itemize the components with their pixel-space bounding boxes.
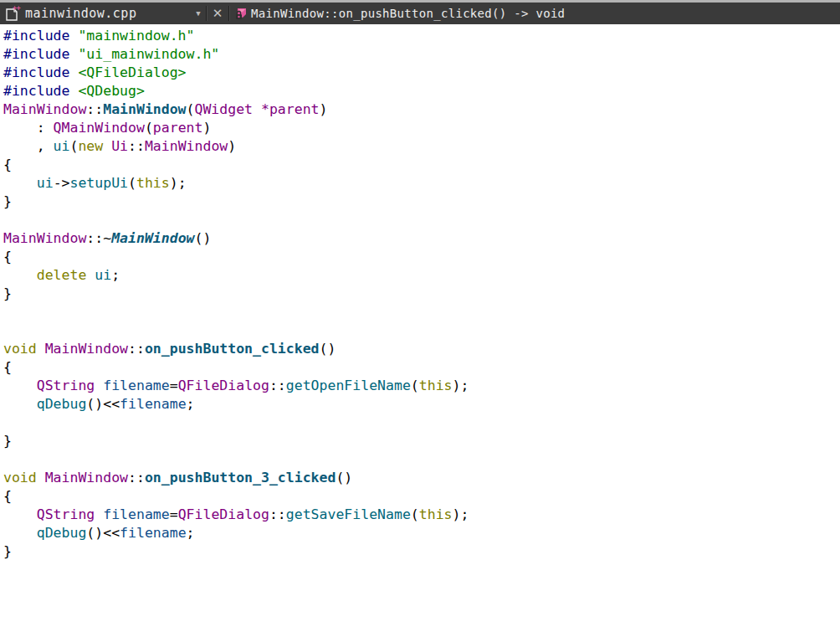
code-line: {	[3, 358, 840, 377]
code-line: void MainWindow::on_pushButton_clicked()	[3, 340, 840, 358]
code-line	[3, 414, 840, 432]
code-line: #include "ui_mainwindow.h"	[3, 45, 840, 64]
code-line: #include <QDebug>	[3, 82, 840, 100]
code-line	[3, 450, 840, 469]
svg-text:++: ++	[13, 5, 21, 12]
code-line: #include <QFileDialog>	[3, 64, 840, 82]
code-line: #include "mainwindow.h"	[3, 27, 840, 45]
code-line: : QMainWindow(parent)	[3, 119, 840, 137]
code-line: qDebug()<<filename;	[3, 524, 840, 542]
function-private-icon	[234, 7, 248, 21]
file-tab-mainwindow-cpp[interactable]: ++ mainwindow.cpp	[0, 3, 191, 24]
code-line: , ui(new Ui::MainWindow)	[3, 137, 840, 156]
code-line: delete ui;	[3, 266, 840, 285]
close-icon: ✕	[213, 6, 223, 21]
code-line: }	[3, 285, 840, 303]
chevron-down-icon: ▼	[196, 9, 200, 18]
close-document-button[interactable]: ✕	[207, 3, 228, 24]
code-line: ui->setupUi(this);	[3, 174, 840, 193]
code-line: QString filename=QFileDialog::getSaveFil…	[3, 506, 840, 524]
code-line: void MainWindow::on_pushButton_3_clicked…	[3, 469, 840, 487]
code-line: }	[3, 193, 840, 211]
code-line: {	[3, 487, 840, 506]
code-line: MainWindow::MainWindow(QWidget *parent)	[3, 100, 840, 119]
code-line	[3, 303, 840, 321]
file-tab-label: mainwindow.cpp	[25, 6, 136, 21]
code-line: }	[3, 432, 840, 450]
open-documents-dropdown-button[interactable]: ▼	[191, 3, 206, 24]
symbol-selector-combobox[interactable]: MainWindow::on_pushButton_clicked() -> v…	[229, 3, 840, 24]
editor-titlebar: ++ mainwindow.cpp ▼ ✕ MainWindow::on_pus…	[0, 3, 840, 24]
code-line	[3, 211, 840, 229]
code-line	[3, 321, 840, 340]
cpp-file-icon: ++	[4, 5, 21, 22]
code-line: {	[3, 248, 840, 266]
code-line: {	[3, 156, 840, 174]
code-editor[interactable]: #include "mainwindow.h"#include "ui_main…	[0, 24, 840, 632]
code-line: qDebug()<<filename;	[3, 395, 840, 414]
code-line: QString filename=QFileDialog::getOpenFil…	[3, 377, 840, 395]
code-line: MainWindow::~MainWindow()	[3, 229, 840, 248]
code-line: }	[3, 542, 840, 561]
current-symbol-label: MainWindow::on_pushButton_clicked() -> v…	[251, 7, 565, 20]
